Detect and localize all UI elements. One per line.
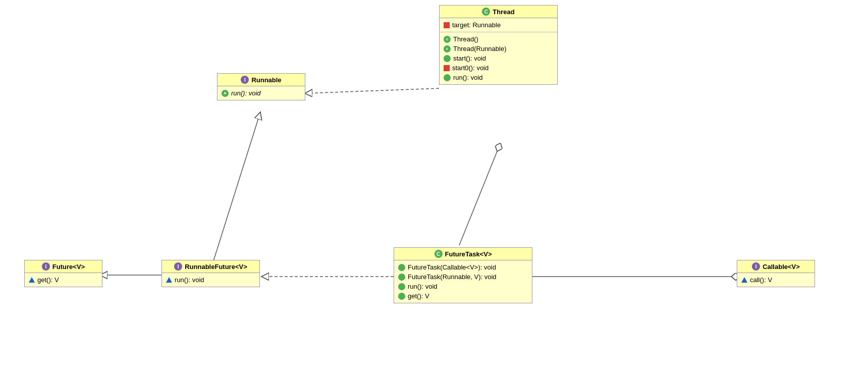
future-badge: I — [42, 262, 50, 271]
blue-tri-icon2 — [29, 277, 35, 283]
futuretask-methods: FutureTask(Callable<V>): void FutureTask… — [394, 260, 532, 303]
runnable-method-run: A run(): void — [222, 88, 301, 98]
callable-badge: I — [752, 262, 760, 271]
futuretask-title: FutureTask<V> — [445, 250, 492, 258]
ft-green4 — [398, 293, 405, 300]
thread-to-futuretask-arrow — [459, 151, 497, 245]
thread-method-constructor2: c Thread(Runnable) — [444, 44, 553, 53]
runnablefuture-to-runnable-arrow — [213, 112, 260, 262]
runnablefuture-header: I RunnableFuture<V> — [162, 260, 259, 273]
future-header: I Future<V> — [25, 260, 102, 273]
thread-title: Thread — [493, 8, 514, 16]
red-square-icon2 — [444, 65, 450, 71]
red-square-icon — [444, 22, 450, 28]
green-circle-icon2 — [444, 74, 451, 81]
green-a-icon: A — [222, 90, 229, 97]
thread-to-runnable-arrow — [305, 88, 439, 93]
thread-methods: c Thread() c Thread(Runnable) start(): v… — [440, 32, 557, 84]
blue-tri-icon — [166, 277, 172, 283]
future-method-get: get(): V — [29, 275, 98, 285]
runnablefuture-class: I RunnableFuture<V> run(): void — [161, 260, 260, 287]
callable-method-call: call(): V — [741, 275, 810, 285]
blue-tri-icon3 — [741, 277, 747, 283]
callable-title: Callable<V> — [763, 263, 800, 271]
thread-method-start0: start0(): void — [444, 63, 553, 73]
thread-class: C Thread target: Runnable c Thread() c T… — [439, 5, 558, 85]
runnable-badge: I — [241, 76, 249, 84]
green-circle-icon — [444, 55, 451, 62]
ft-green3 — [398, 283, 405, 290]
futuretask-class: C FutureTask<V> FutureTask(Callable<V>):… — [394, 247, 532, 303]
thread-method-constructor1: c Thread() — [444, 34, 553, 44]
runnablefuture-badge: I — [174, 262, 182, 271]
future-class: I Future<V> get(): V — [24, 260, 102, 287]
thread-badge: C — [482, 8, 490, 16]
arrows-layer — [0, 0, 868, 377]
futuretask-method-constructor2: FutureTask(Runnable, V): void — [398, 272, 528, 282]
futuretask-header: C FutureTask<V> — [394, 248, 532, 260]
future-methods: get(): V — [25, 273, 102, 287]
runnablefuture-title: RunnableFuture<V> — [185, 263, 247, 271]
futuretask-method-constructor1: FutureTask(Callable<V>): void — [398, 262, 528, 272]
thread-header: C Thread — [440, 6, 557, 18]
green-c-icon: c — [444, 36, 451, 43]
ft-green2 — [398, 274, 405, 281]
runnable-header: I Runnable — [218, 74, 305, 86]
callable-class: I Callable<V> call(): V — [737, 260, 815, 287]
futuretask-method-get: get(): V — [398, 291, 528, 301]
runnablefuture-methods: run(): void — [162, 273, 259, 287]
thread-field-target: target: Runnable — [444, 20, 553, 30]
ft-green1 — [398, 264, 405, 271]
futuretask-badge: C — [435, 250, 443, 258]
runnable-class: I Runnable A run(): void — [217, 73, 305, 100]
uml-diagram: C Thread target: Runnable c Thread() c T… — [0, 0, 868, 377]
green-c-icon2: c — [444, 45, 451, 52]
thread-method-run: run(): void — [444, 73, 553, 82]
futuretask-method-run: run(): void — [398, 282, 528, 291]
callable-header: I Callable<V> — [737, 260, 815, 273]
runnable-title: Runnable — [251, 76, 281, 84]
thread-method-start: start(): void — [444, 53, 553, 63]
runnablefuture-method-run: run(): void — [166, 275, 255, 285]
callable-methods: call(): V — [737, 273, 815, 287]
runnable-methods: A run(): void — [218, 86, 305, 100]
thread-fields: target: Runnable — [440, 18, 557, 32]
future-title: Future<V> — [52, 263, 85, 271]
